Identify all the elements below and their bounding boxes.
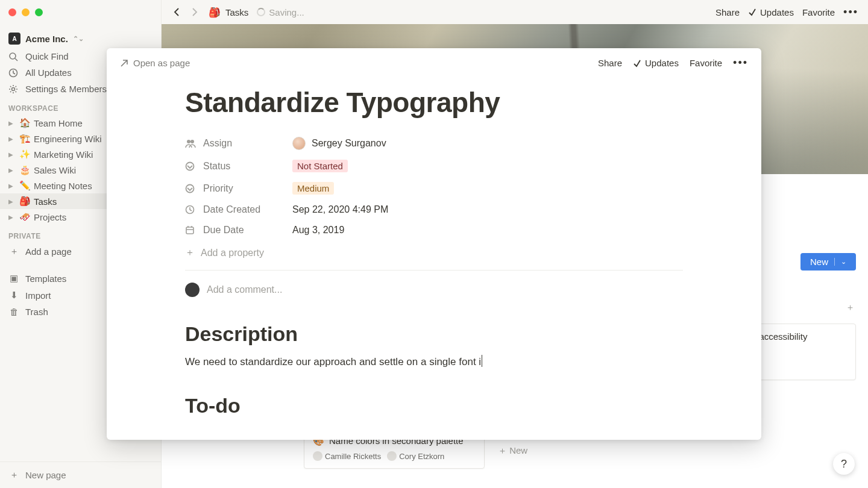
- settings-label: Settings & Members: [25, 84, 107, 94]
- quick-find-label: Quick Find: [25, 51, 69, 61]
- modal-share-button[interactable]: Share: [598, 58, 622, 68]
- status-label: Status: [203, 161, 230, 172]
- new-page-label: New page: [25, 470, 66, 480]
- updates-button[interactable]: Updates: [748, 7, 794, 17]
- share-button[interactable]: Share: [715, 7, 740, 17]
- svg-point-0: [10, 53, 16, 59]
- description-heading[interactable]: Description: [185, 322, 683, 346]
- chevron-right-icon: ▶: [8, 136, 16, 142]
- minimize-window-icon[interactable]: [22, 8, 30, 16]
- sidebar-item-label: Projects: [34, 212, 66, 222]
- modal-updates-button[interactable]: Updates: [633, 58, 679, 68]
- more-menu-button[interactable]: •••: [843, 6, 858, 19]
- breadcrumb-title: Tasks: [225, 7, 248, 17]
- help-button[interactable]: ?: [833, 453, 855, 475]
- sidebar-item-label: Meeting Notes: [34, 181, 92, 191]
- chevron-right-icon: ▶: [8, 120, 16, 127]
- add-property-button[interactable]: ＋ Add a property: [185, 240, 683, 265]
- add-comment-placeholder: Add a comment...: [207, 284, 282, 295]
- updates-label: Updates: [760, 7, 794, 17]
- avatar-icon: [387, 451, 397, 461]
- trash-icon: 🗑: [8, 307, 19, 317]
- svg-point-4: [187, 140, 190, 143]
- import-label: Import: [25, 290, 51, 301]
- spinner-icon: [257, 8, 265, 16]
- property-assign[interactable]: Assign Sergey Surganov: [185, 132, 683, 155]
- plus-icon: ＋: [185, 246, 195, 259]
- modal-body[interactable]: Standardize Typography Assign Sergey Sur…: [107, 78, 761, 440]
- add-comment-input[interactable]: Add a comment...: [185, 279, 683, 311]
- plus-icon: ＋: [8, 469, 19, 481]
- property-date-created[interactable]: Date Created Sep 22, 2020 4:49 PM: [185, 199, 683, 220]
- page-icon: 🏗️: [19, 133, 30, 144]
- page-icon: 🏠: [19, 117, 30, 128]
- calendar-icon: [185, 225, 196, 235]
- new-page-button[interactable]: ＋ New page: [0, 462, 161, 488]
- chevron-right-icon: ▶: [8, 183, 16, 189]
- text-cursor-icon: [482, 355, 482, 367]
- svg-line-1: [15, 58, 17, 61]
- avatar-icon: [292, 137, 306, 150]
- avatar-icon: [313, 451, 322, 461]
- new-card-button[interactable]: ＋ New: [495, 439, 664, 463]
- person-icon: [185, 138, 196, 149]
- chevron-down-icon[interactable]: ⌄: [834, 258, 846, 266]
- search-icon: [8, 52, 19, 61]
- open-as-page-label: Open as page: [133, 58, 190, 68]
- svg-point-5: [190, 140, 194, 143]
- maximize-window-icon[interactable]: [35, 8, 43, 16]
- property-priority[interactable]: Priority Medium: [185, 177, 683, 199]
- select-icon: [185, 184, 196, 193]
- workspace-logo-icon: A: [8, 33, 20, 45]
- saving-label: Saving...: [269, 7, 304, 17]
- gear-icon: [8, 84, 19, 94]
- description-text[interactable]: We need to standardize our approach and …: [185, 354, 683, 370]
- back-button[interactable]: [171, 6, 183, 18]
- sidebar-item-label: Team Home: [34, 118, 83, 128]
- description-body: We need to standardize our approach and …: [185, 356, 481, 368]
- open-as-page-button[interactable]: Open as page: [120, 58, 190, 68]
- avatar-icon: [185, 283, 200, 297]
- favorite-button[interactable]: Favorite: [802, 7, 835, 17]
- modal-updates-label: Updates: [645, 58, 679, 68]
- assign-label: Assign: [203, 138, 232, 149]
- card-person: Camille Ricketts: [325, 452, 381, 461]
- svg-point-6: [186, 162, 194, 170]
- forward-button[interactable]: [188, 6, 200, 18]
- breadcrumb[interactable]: 🎒 Tasks: [209, 7, 248, 18]
- page-icon: 🛷: [19, 211, 30, 222]
- sidebar-item-label: Marketing Wiki: [34, 149, 93, 160]
- page-title[interactable]: Standardize Typography: [185, 86, 683, 119]
- due-value: Aug 3, 2019: [292, 225, 344, 236]
- new-button[interactable]: New ⌄: [800, 253, 856, 271]
- new-button-label: New: [810, 257, 828, 267]
- add-card-icon[interactable]: ＋: [846, 302, 855, 313]
- topbar: 🎒 Tasks Saving... Share Updates Favorite…: [162, 0, 868, 24]
- modal-toolbar: Open as page Share Updates Favorite •••: [107, 48, 761, 78]
- todo-heading[interactable]: To-do: [185, 394, 683, 418]
- chevron-updown-icon: ⌃⌄: [73, 35, 84, 43]
- property-due-date[interactable]: Due Date Aug 3, 2019: [185, 220, 683, 240]
- page-icon: 🎒: [19, 196, 30, 207]
- assign-value: Sergey Surganov: [312, 138, 386, 149]
- workspace-switcher[interactable]: A Acme Inc. ⌃⌄: [0, 29, 161, 48]
- select-icon: [185, 161, 196, 171]
- page-modal: Open as page Share Updates Favorite ••• …: [107, 48, 761, 440]
- mac-traffic-lights: [8, 8, 43, 16]
- saving-indicator: Saving...: [257, 7, 304, 17]
- svg-point-7: [186, 184, 194, 192]
- close-window-icon[interactable]: [8, 8, 16, 16]
- chevron-right-icon: ▶: [8, 214, 16, 221]
- modal-more-button[interactable]: •••: [733, 57, 748, 69]
- modal-favorite-button[interactable]: Favorite: [690, 58, 722, 68]
- new-card-label: New: [509, 445, 527, 455]
- divider: [185, 270, 683, 271]
- page-icon: ✏️: [19, 180, 30, 191]
- add-property-label: Add a property: [201, 248, 264, 258]
- clock-icon: [8, 68, 19, 78]
- created-label: Date Created: [203, 204, 260, 215]
- card-person: Cory Etzkorn: [399, 452, 444, 461]
- property-status[interactable]: Status Not Started: [185, 155, 683, 177]
- created-value: Sep 22, 2020 4:49 PM: [292, 204, 388, 215]
- sidebar-item-label: Tasks: [34, 196, 57, 207]
